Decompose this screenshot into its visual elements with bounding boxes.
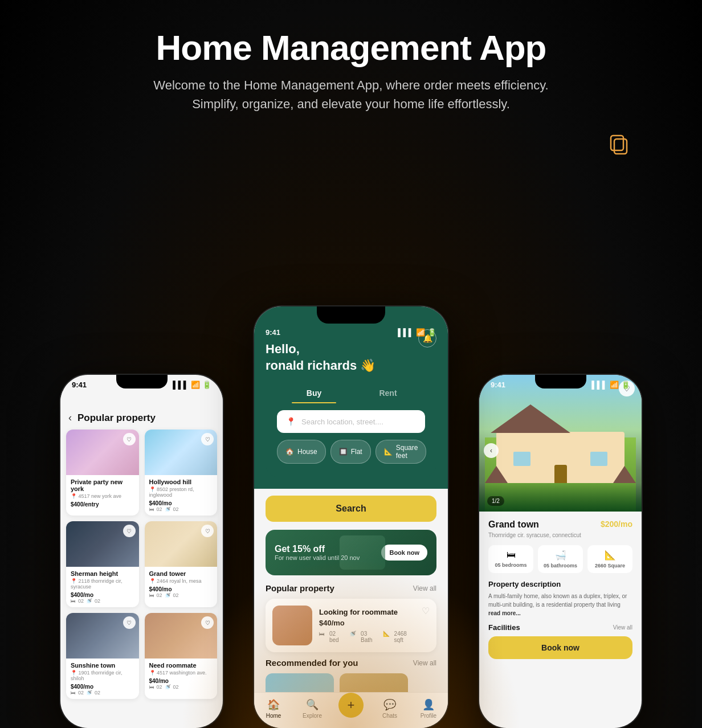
prev-photo-button[interactable]: ‹ bbox=[484, 443, 499, 458]
card-price: $400/mo bbox=[149, 500, 213, 506]
card-meta: 🛏02 🚿02 bbox=[149, 506, 213, 512]
svg-rect-0 bbox=[614, 139, 627, 154]
right-phone-notch bbox=[535, 375, 586, 388]
left-phone-notch bbox=[116, 375, 168, 388]
property-address: Thornridge cir. syracuse, connecticut bbox=[488, 532, 632, 538]
property-card[interactable]: ♡ Private party new york 📍 4517 new york… bbox=[66, 430, 139, 516]
card-price: $400/mo bbox=[71, 684, 134, 690]
notification-bell-icon[interactable]: 🔔 bbox=[418, 329, 436, 347]
nav-profile-label: Profile bbox=[421, 713, 436, 719]
tab-buy[interactable]: Buy bbox=[277, 383, 351, 403]
filter-sqft[interactable]: 📐 Square feet bbox=[376, 440, 427, 464]
center-phone-content: 9:41 ▌▌▌ 📶 🔋 Hello,ronald richards 👋 🔔 B… bbox=[254, 306, 448, 728]
copy-icon bbox=[606, 131, 634, 161]
right-time: 9:41 bbox=[491, 381, 505, 389]
sqft-label: 2660 Square bbox=[591, 563, 629, 569]
promo-subtitle: For new user valid until 20 nov bbox=[275, 554, 360, 561]
recommended-view-all[interactable]: View all bbox=[413, 659, 436, 667]
popular-view-all[interactable]: View all bbox=[413, 584, 436, 592]
filter-flat[interactable]: 🔲 Flat bbox=[330, 440, 371, 464]
property-card[interactable]: ♡ Sherman height 📍 2118 thornridge cir, … bbox=[66, 521, 139, 607]
left-page-title: Popular property bbox=[77, 412, 156, 424]
location-pin-icon: 📍 bbox=[286, 417, 296, 426]
read-more-link[interactable]: read more... bbox=[488, 610, 521, 616]
promo-banner[interactable]: Get 15% off For new user valid until 20 … bbox=[266, 530, 436, 575]
favorite-button[interactable]: ♡ bbox=[123, 616, 136, 629]
filter-house[interactable]: 🏠 House bbox=[277, 440, 326, 464]
property-card[interactable]: ♡ Hollywood hill 📍 8502 preston rd, ingl… bbox=[145, 430, 218, 516]
property-card[interactable]: ♡ Need roommate 📍 4517 washington ave. $… bbox=[145, 613, 218, 699]
center-phone: 9:41 ▌▌▌ 📶 🔋 Hello,ronald richards 👋 🔔 B… bbox=[254, 306, 448, 728]
favorite-button[interactable]: ♡ bbox=[201, 525, 214, 537]
search-button[interactable]: Search bbox=[266, 496, 436, 522]
buy-rent-tabs: Buy Rent bbox=[266, 383, 436, 403]
nav-explore[interactable]: 🔍 Explore bbox=[293, 698, 332, 719]
stat-sqft: 📐 2660 Square bbox=[587, 545, 632, 573]
nav-explore-label: Explore bbox=[303, 713, 322, 719]
add-button[interactable]: + bbox=[338, 693, 364, 718]
center-phone-notch bbox=[317, 306, 385, 324]
nav-home[interactable]: 🏠 Home bbox=[254, 698, 293, 719]
nav-chats-label: Chats bbox=[382, 713, 397, 719]
house-hero-image: 9:41 ▌▌▌ 📶 🔋 bbox=[479, 375, 642, 512]
chats-nav-icon: 💬 bbox=[383, 698, 396, 711]
popular-card-price: $40/mo bbox=[319, 619, 415, 627]
property-image: ♡ bbox=[66, 613, 139, 659]
card-info: Private party new york 📍 4517 new york a… bbox=[66, 475, 139, 511]
back-arrow-icon[interactable]: ‹ bbox=[68, 412, 72, 424]
center-time: 9:41 bbox=[266, 328, 280, 337]
nav-add[interactable]: + bbox=[332, 698, 370, 719]
description-text: A multi-family home, also known as a dup… bbox=[488, 592, 632, 617]
tab-rent[interactable]: Rent bbox=[351, 383, 425, 403]
card-info: Hollywood hill 📍 8502 preston rd, inglew… bbox=[145, 475, 218, 516]
facilities-view-all[interactable]: View all bbox=[613, 624, 632, 631]
card-price: $400/entry bbox=[71, 501, 134, 508]
right-status-icons: ▌▌▌ 📶 🔋 bbox=[591, 381, 630, 389]
nav-chats[interactable]: 💬 Chats bbox=[370, 698, 409, 719]
property-image: ♡ bbox=[145, 521, 218, 567]
favorite-button[interactable]: ♡ bbox=[123, 433, 136, 445]
flat-filter-label: Flat bbox=[351, 448, 362, 456]
search-section: 📍 Search location, street.... 🏠 House 🔲 … bbox=[266, 403, 436, 477]
property-price: $200/mo bbox=[601, 520, 632, 529]
nav-home-label: Home bbox=[266, 713, 281, 719]
sqft-filter-label: Square feet bbox=[396, 444, 418, 460]
left-top-bar: ‹ Popular property bbox=[60, 391, 223, 430]
nav-profile[interactable]: 👤 Profile bbox=[409, 698, 448, 719]
greeting-text: Hello,ronald richards 👋 bbox=[266, 341, 436, 374]
card-details: Looking for roommate $40/mo 🛏 02 bed 🚿 0… bbox=[319, 608, 415, 643]
popular-favorite-button[interactable]: ♡ bbox=[422, 606, 430, 616]
favorite-button[interactable]: ♡ bbox=[201, 616, 214, 629]
card-address: 📍 2464 royal ln, mesa bbox=[149, 578, 213, 584]
home-nav-icon: 🏠 bbox=[267, 698, 280, 711]
promo-content: Get 15% off For new user valid until 20 … bbox=[275, 544, 360, 561]
card-meta: 🛏02 🚿02 bbox=[149, 684, 213, 690]
house-filter-label: House bbox=[297, 448, 317, 456]
card-address: 📍 4517 new york ave bbox=[71, 493, 134, 499]
beds-label: 02 bed bbox=[329, 631, 345, 643]
bed-icon: 🛏 bbox=[492, 550, 530, 560]
property-image: ♡ bbox=[66, 430, 139, 475]
phones-showcase: 9:41 ▌▌▌ 📶 🔋 ‹ Popular property ♡ bbox=[38, 215, 664, 728]
search-input-box[interactable]: 📍 Search location, street.... bbox=[277, 410, 425, 433]
search-placeholder: Search location, street.... bbox=[301, 418, 383, 426]
facilities-row: Facilities View all bbox=[488, 623, 632, 632]
book-now-button[interactable]: Book now bbox=[488, 636, 632, 659]
popular-card-meta: 🛏 02 bed 🚿 03 Bath 📐 2468 sqft bbox=[319, 631, 415, 643]
card-title: Private party new york bbox=[71, 478, 134, 492]
card-title: Sunshine town bbox=[71, 662, 134, 669]
promo-book-button[interactable]: Book now bbox=[381, 545, 427, 561]
photo-navigation: ‹ bbox=[479, 443, 642, 458]
favorite-button[interactable]: ♡ bbox=[201, 433, 214, 445]
card-meta: 🛏02 🚿02 bbox=[71, 690, 134, 696]
property-card[interactable]: ♡ Grand tower 📍 2464 royal ln, mesa $400… bbox=[145, 521, 218, 607]
property-card[interactable]: ♡ Sunshine town 📍 1901 thornridge cir, s… bbox=[66, 613, 139, 699]
favorite-button[interactable]: ♡ bbox=[123, 525, 136, 537]
card-address: 📍 2118 thornridge cir, syracuse bbox=[71, 578, 134, 590]
popular-property-card[interactable]: Looking for roommate $40/mo 🛏 02 bed 🚿 0… bbox=[266, 599, 436, 652]
baths-label: 03 Bath bbox=[361, 631, 378, 643]
card-address: 📍 4517 washington ave. bbox=[149, 670, 213, 676]
property-info: Grand town $200/mo Thornridge cir. syrac… bbox=[479, 512, 642, 667]
property-name: Grand town bbox=[488, 520, 539, 530]
card-title: Sherman height bbox=[71, 570, 134, 577]
